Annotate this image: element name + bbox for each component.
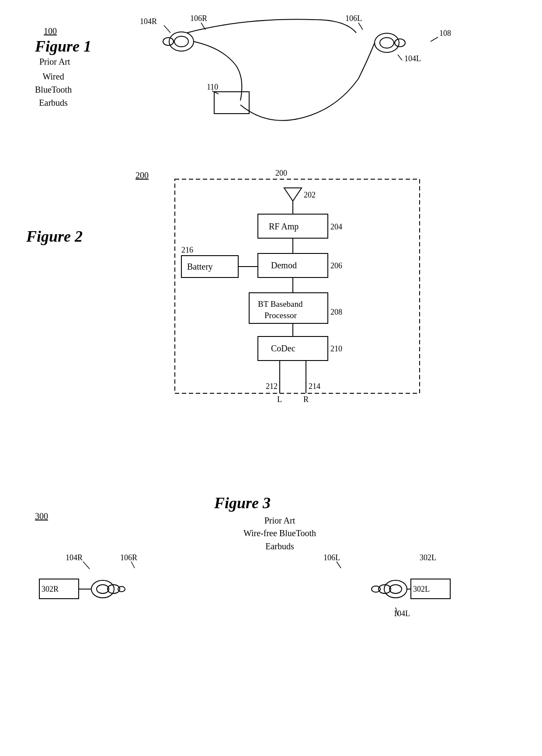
svg-line-1	[164, 25, 170, 33]
svg-marker-21	[284, 188, 302, 201]
svg-text:110: 110	[207, 83, 218, 91]
svg-point-13	[375, 33, 399, 52]
svg-point-67	[384, 580, 407, 598]
svg-point-59	[97, 585, 109, 593]
svg-text:302L: 302L	[413, 585, 430, 593]
fig3-prior-art: Prior Art	[214, 516, 345, 526]
svg-line-52	[83, 562, 90, 569]
svg-text:204: 204	[330, 222, 342, 231]
fig1-diagram: 104R 106R 106L 108 104L	[114, 13, 507, 162]
fig3-title: Figure 3	[214, 494, 271, 512]
svg-line-10	[431, 37, 438, 42]
svg-text:202: 202	[304, 191, 316, 199]
svg-point-61	[118, 586, 125, 592]
fig3-ref: 300	[35, 511, 48, 521]
svg-text:208: 208	[330, 308, 342, 316]
svg-text:212: 212	[266, 382, 278, 391]
svg-rect-16	[214, 92, 249, 114]
svg-point-6	[163, 38, 174, 45]
svg-text:CoDec: CoDec	[271, 343, 295, 353]
svg-text:214: 214	[309, 382, 320, 391]
svg-point-14	[380, 38, 394, 48]
fig1-description: Wired BlueTooth Earbuds	[35, 70, 72, 109]
figure-3-container: Figure 3 300 Prior Art Wire-free BlueToo…	[0, 481, 542, 743]
fig2-title: Figure 2	[26, 227, 83, 246]
svg-point-58	[91, 580, 114, 598]
svg-text:206: 206	[330, 261, 342, 270]
svg-text:104L: 104L	[404, 54, 421, 63]
svg-line-54	[131, 562, 135, 568]
svg-text:108: 108	[439, 29, 451, 38]
svg-line-63	[337, 562, 341, 568]
svg-text:R: R	[303, 395, 309, 404]
svg-text:104R: 104R	[66, 553, 83, 562]
svg-text:106L: 106L	[345, 14, 362, 23]
figure-2-container: Figure 2 200 200 202 RF Amp 204	[0, 166, 542, 411]
svg-line-12	[398, 55, 402, 60]
svg-text:200: 200	[275, 169, 287, 177]
svg-text:Demod: Demod	[271, 260, 297, 270]
svg-text:106R: 106R	[190, 14, 207, 23]
svg-line-8	[358, 23, 363, 30]
svg-point-68	[389, 585, 402, 593]
svg-text:Processor: Processor	[264, 311, 297, 320]
fig3-diagram: 104R 106R 302R 106L 302L 302L	[26, 546, 507, 730]
svg-text:BT  Baseband: BT Baseband	[258, 299, 303, 309]
svg-point-5	[174, 36, 188, 47]
svg-text:RF Amp: RF Amp	[269, 222, 299, 232]
svg-text:104R: 104R	[140, 17, 157, 26]
svg-text:106R: 106R	[120, 553, 137, 562]
svg-point-15	[395, 39, 405, 47]
svg-text:106L: 106L	[323, 553, 340, 562]
fig2-diagram: 200 202 RF Amp 204 Demod 206 Batt	[114, 166, 507, 411]
fig1-title: Figure 1	[35, 37, 91, 55]
figure-1-container: 100 Figure 1 Prior Art Wired BlueTooth E…	[0, 13, 542, 162]
svg-text:302L: 302L	[420, 553, 436, 562]
svg-text:104L: 104L	[393, 609, 410, 618]
svg-text:L: L	[277, 395, 282, 404]
svg-text:210: 210	[330, 344, 342, 353]
svg-rect-19	[175, 179, 420, 393]
svg-text:Battery: Battery	[187, 262, 213, 272]
svg-text:302R: 302R	[42, 585, 59, 593]
svg-text:216: 216	[181, 246, 193, 254]
svg-point-4	[169, 32, 194, 51]
fig1-ref: 100	[44, 26, 57, 36]
fig1-prior-art: Prior Art	[39, 57, 70, 67]
